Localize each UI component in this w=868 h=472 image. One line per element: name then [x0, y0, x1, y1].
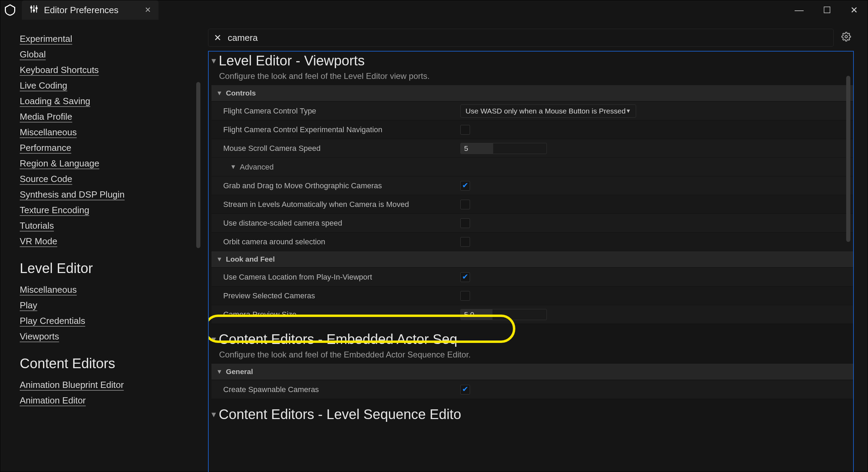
caret-down-icon: ▾	[211, 55, 216, 66]
svg-point-5	[36, 7, 37, 9]
sidebar-item-media-profile[interactable]: Media Profile	[20, 111, 72, 122]
checkbox-orbit[interactable]	[460, 237, 470, 247]
checkbox-preview-selected[interactable]	[460, 291, 470, 301]
sidebar-item-synthesis-dsp[interactable]: Synthesis and DSP Plugin	[20, 189, 125, 200]
prop-label: Use distance-scaled camera speed	[223, 219, 460, 228]
search-input[interactable]	[228, 33, 828, 43]
gear-icon[interactable]	[839, 32, 854, 44]
prop-camera-preview-size: Camera Preview Size 5.0	[211, 305, 853, 324]
prop-use-camera-location-piv: Use Camera Location from Play-In-Viewpor…	[211, 268, 853, 287]
sidebar-scrollbar[interactable]	[196, 82, 200, 248]
window-controls: — ☐ ✕	[795, 5, 868, 16]
prop-label: Orbit camera around selection	[223, 237, 460, 246]
advanced-toggle[interactable]: ▼ Advanced	[211, 158, 853, 176]
prop-label: Camera Preview Size	[223, 310, 460, 319]
sliders-icon	[29, 4, 38, 16]
section-title: Content Editors - Level Sequence Edito	[219, 407, 461, 422]
section-viewports-header[interactable]: ▾ Level Editor - Viewports	[211, 52, 853, 69]
tab-editor-preferences[interactable]: Editor Preferences ✕	[22, 0, 159, 20]
caret-down-icon: ▼	[216, 90, 223, 97]
svg-point-6	[845, 35, 848, 38]
checkbox-spawnable[interactable]	[460, 385, 470, 394]
sidebar-item-live-coding[interactable]: Live Coding	[20, 80, 67, 91]
sidebar-item-le-misc[interactable]: Miscellaneous	[20, 284, 77, 295]
prop-label: Create Spawnable Cameras	[223, 385, 460, 394]
minimize-icon[interactable]: —	[795, 5, 804, 16]
dropdown-flight-camera-type[interactable]: Use WASD only when a Mouse Button is Pre…	[460, 105, 636, 118]
ue-logo	[0, 0, 20, 20]
group-controls[interactable]: ▼ Controls	[211, 85, 853, 101]
prop-orbit-around-selection: Orbit camera around selection	[211, 233, 853, 251]
group-look-and-feel[interactable]: ▼ Look and Feel	[211, 251, 853, 267]
sidebar-item-source-code[interactable]: Source Code	[20, 174, 72, 184]
prop-flight-camera-control-type: Flight Camera Control Type Use WASD only…	[211, 102, 853, 120]
sidebar-item-tutorials[interactable]: Tutorials	[20, 220, 54, 231]
slider-value: 5.0	[461, 309, 492, 320]
section-title: Level Editor - Viewports	[219, 53, 365, 69]
tab-title: Editor Preferences	[44, 5, 118, 16]
section-viewports-desc: Configure the look and feel of the Level…	[219, 71, 853, 81]
section-title: Content Editors - Embedded Actor Seq	[219, 332, 457, 347]
checkbox-stream-levels[interactable]	[460, 200, 470, 209]
search-clear-icon[interactable]: ✕	[214, 33, 221, 43]
preferences-window: Editor Preferences ✕ — ☐ ✕ Experimental …	[0, 0, 868, 472]
sidebar-item-anim-blueprint[interactable]: Animation Blueprint Editor	[20, 380, 124, 390]
advanced-label: Advanced	[240, 163, 274, 172]
sidebar-list-content: Animation Blueprint Editor Animation Edi…	[20, 380, 198, 406]
caret-down-icon: ▾	[211, 409, 216, 420]
svg-point-3	[30, 7, 32, 8]
checkbox-flight-exp[interactable]	[460, 125, 470, 135]
section-embedded-desc: Configure the look and feel of the Embed…	[219, 350, 853, 360]
prop-label: Stream in Levels Automatically when Came…	[223, 200, 460, 209]
sidebar-item-le-play-credentials[interactable]: Play Credentials	[20, 316, 85, 326]
checkbox-grab-drag[interactable]	[460, 181, 470, 191]
slider-value: 5	[461, 143, 493, 154]
search-row: ✕	[208, 27, 854, 48]
sidebar-item-region-language[interactable]: Region & Language	[20, 158, 99, 169]
sidebar-item-texture-encoding[interactable]: Texture Encoding	[20, 205, 89, 215]
search-box: ✕	[208, 29, 834, 47]
svg-point-4	[33, 10, 35, 11]
sidebar-item-performance[interactable]: Performance	[20, 143, 71, 153]
caret-down-icon: ▼	[230, 163, 236, 171]
dropdown-value: Use WASD only when a Mouse Button is Pre…	[465, 107, 626, 115]
titlebar: Editor Preferences ✕ — ☐ ✕	[0, 0, 868, 20]
slider-preview-size[interactable]: 5.0	[460, 309, 547, 320]
checkbox-use-cam-loc[interactable]	[460, 272, 470, 282]
group-general[interactable]: ▼ General	[211, 364, 853, 380]
group-label: Look and Feel	[226, 255, 275, 263]
sidebar-item-experimental[interactable]: Experimental	[20, 34, 72, 44]
prop-label: Flight Camera Control Experimental Navig…	[223, 125, 460, 134]
slider-scroll-speed[interactable]: 5	[460, 143, 547, 154]
sidebar-item-vr-mode[interactable]: VR Mode	[20, 236, 57, 246]
tab-close-icon[interactable]: ✕	[145, 6, 151, 15]
sidebar-item-global[interactable]: Global	[20, 49, 46, 60]
sidebar-item-miscellaneous[interactable]: Miscellaneous	[20, 127, 77, 137]
sidebar-item-keyboard-shortcuts[interactable]: Keyboard Shortcuts	[20, 65, 99, 75]
main-content-frame: ▾ Level Editor - Viewports Configure the…	[208, 51, 854, 472]
body: Experimental Global Keyboard Shortcuts L…	[0, 20, 868, 472]
section-embedded-header[interactable]: ▾ Content Editors - Embedded Actor Seq	[211, 330, 853, 347]
caret-down-icon: ▼	[216, 368, 223, 375]
group-label: General	[226, 367, 253, 376]
prop-flight-camera-experimental-nav: Flight Camera Control Experimental Navig…	[211, 120, 853, 139]
maximize-icon[interactable]: ☐	[823, 5, 831, 16]
prop-distance-scaled-camera-speed: Use distance-scaled camera speed	[211, 214, 853, 233]
sidebar-item-le-play[interactable]: Play	[20, 300, 37, 310]
sidebar-item-anim-editor[interactable]: Animation Editor	[20, 395, 86, 406]
sidebar-list-level: Miscellaneous Play Play Credentials View…	[20, 284, 198, 342]
prop-mouse-scroll-camera-speed: Mouse Scroll Camera Speed 5	[211, 139, 853, 158]
sidebar-item-loading-saving[interactable]: Loading & Saving	[20, 96, 90, 106]
checkbox-dist-scaled[interactable]	[460, 218, 470, 228]
close-icon[interactable]: ✕	[850, 5, 858, 16]
prop-preview-selected-cameras: Preview Selected Cameras	[211, 287, 853, 305]
sidebar-item-le-viewports[interactable]: Viewports	[20, 331, 59, 342]
section-levelseq-header[interactable]: ▾ Content Editors - Level Sequence Edito	[211, 405, 853, 422]
main-scrollbar[interactable]	[846, 76, 850, 242]
prop-stream-levels-on-camera-move: Stream in Levels Automatically when Came…	[211, 195, 853, 214]
content: ▾ Level Editor - Viewports Configure the…	[209, 52, 853, 471]
main-panel: ✕ ▾ Level Editor - Viewports Configure t…	[208, 20, 868, 472]
prop-label: Preview Selected Cameras	[223, 291, 460, 300]
sidebar-heading-level-editor: Level Editor	[20, 261, 198, 276]
prop-label: Grab and Drag to Move Orthographic Camer…	[223, 181, 460, 190]
